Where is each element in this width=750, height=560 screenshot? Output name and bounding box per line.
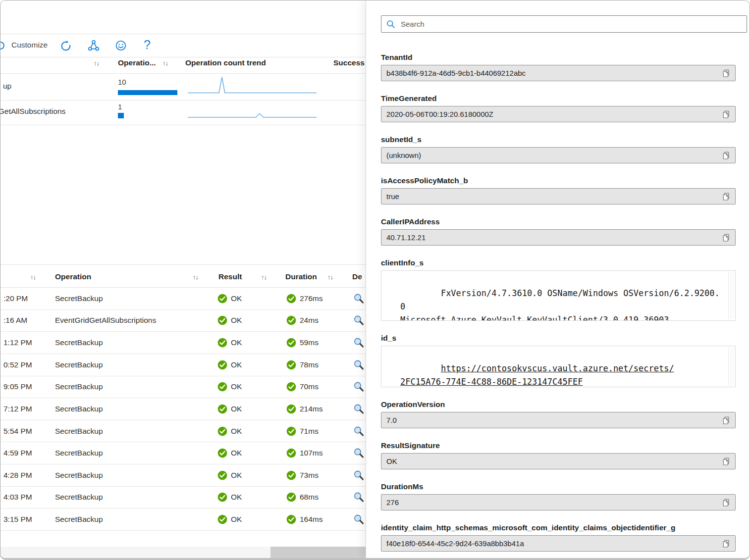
column-header-operation-count[interactable]: Operatio...: [118, 58, 156, 67]
copy-icon[interactable]: [722, 499, 730, 507]
success-check-icon: [286, 404, 296, 414]
field-subnetid: subnetId_s (unknown): [381, 135, 750, 163]
table-row[interactable]: 3:15 PM SecretBackup OK 164ms: [0, 509, 366, 531]
details-magnifier-icon[interactable]: [353, 514, 364, 525]
table-row[interactable]: 4:59 PM SecretBackup OK 107ms: [0, 442, 366, 464]
copy-icon[interactable]: [722, 234, 730, 242]
result-cell: OK: [217, 404, 242, 414]
time-cell: :20 PM: [3, 294, 28, 303]
time-cell: 9:05 PM: [3, 382, 32, 391]
logs-table-body: :20 PM SecretBackup OK 276ms :16 AM Even…: [0, 288, 366, 531]
trend-sparkline: [187, 112, 317, 119]
table-row[interactable]: 0:52 PM SecretBackup OK 78ms: [0, 354, 366, 376]
search-icon: [386, 20, 395, 29]
smiley-feedback-icon[interactable]: [115, 40, 127, 51]
column-header-success[interactable]: Success: [333, 58, 365, 67]
time-cell: 5:54 PM: [3, 427, 32, 436]
time-cell: 3:15 PM: [3, 515, 32, 524]
success-check-icon: [286, 514, 296, 524]
field-label: subnetId_s: [381, 135, 750, 144]
copy-icon[interactable]: [722, 69, 730, 77]
sort-icon[interactable]: ↑↓: [94, 59, 99, 67]
copy-icon[interactable]: [722, 540, 730, 548]
horizontal-scrollbar-thumb[interactable]: [270, 547, 366, 558]
copy-icon[interactable]: [722, 416, 730, 424]
result-cell: OK: [217, 294, 242, 304]
table-row[interactable]: 4:03 PM SecretBackup OK 68ms: [0, 487, 366, 509]
duration-cell: 276ms: [286, 294, 323, 304]
field-label: identity_claim_http_schemas_microsoft_co…: [381, 523, 750, 532]
operation-cell: SecretBackup: [55, 360, 103, 369]
customize-button[interactable]: Customize: [11, 41, 48, 50]
operation-cell: SecretBackup: [55, 449, 103, 458]
success-check-icon: [286, 426, 296, 436]
details-magnifier-icon[interactable]: [353, 492, 364, 503]
topology-icon[interactable]: [88, 40, 100, 51]
field-label: ResultSignature: [381, 441, 750, 450]
operation-cell: SecretBackup: [55, 493, 103, 502]
table-row[interactable]: :20 PM SecretBackup OK 276ms: [0, 288, 366, 310]
search-input[interactable]: [400, 19, 742, 29]
log-details-panel: TenantId b438b4f6-912a-46d5-9cb1-b440692…: [366, 0, 750, 558]
details-magnifier-icon[interactable]: [353, 448, 364, 458]
screenshot-frame: Customize ? ↑↓ Operatio... ↑↓ Operation …: [0, 0, 750, 560]
success-check-icon: [217, 382, 227, 392]
details-magnifier-icon[interactable]: [353, 359, 364, 370]
field-value: 40.71.12.21: [381, 229, 736, 246]
column-header-duration[interactable]: Duration: [285, 272, 317, 281]
details-magnifier-icon[interactable]: [353, 315, 364, 326]
table-row[interactable]: 9:05 PM SecretBackup OK 70ms: [0, 376, 366, 399]
field-value: f40e18f0-6544-45c2-9d24-639a8bb3b41a: [381, 535, 736, 552]
help-icon[interactable]: ?: [144, 38, 151, 52]
copy-icon[interactable]: [722, 152, 730, 159]
sort-icon[interactable]: ↑↓: [30, 273, 36, 281]
table-row[interactable]: 1:12 PM SecretBackup OK 59ms: [0, 332, 366, 354]
field-value: OK: [381, 453, 736, 469]
copy-icon[interactable]: [722, 193, 730, 201]
copy-icon[interactable]: [722, 458, 730, 465]
field-clientinfo: clientInfo_s FxVersion/4.7.3610.0 OSName…: [381, 258, 750, 321]
field-label: id_s: [381, 334, 750, 343]
duration-cell: 59ms: [286, 338, 319, 348]
sort-icon[interactable]: ↑↓: [327, 273, 333, 281]
table-row[interactable]: 4:28 PM SecretBackup OK 73ms: [0, 464, 366, 487]
details-magnifier-icon[interactable]: [353, 293, 364, 304]
column-header-trend[interactable]: Operation count trend: [185, 58, 266, 67]
table-row[interactable]: 5:54 PM SecretBackup OK 71ms: [0, 420, 366, 443]
id-link-textarea[interactable]: https://contosokvscus.vault.azure.net/se…: [381, 346, 736, 387]
clientinfo-textarea[interactable]: FxVersion/4.7.3610.0 OSName/Windows OSVe…: [381, 270, 736, 321]
column-header-operation[interactable]: Operation: [55, 272, 91, 281]
sort-icon[interactable]: ↑↓: [162, 59, 168, 67]
secret-url-link[interactable]: https://contosokvscus.vault.azure.net/se…: [400, 363, 674, 387]
duration-cell: 73ms: [286, 470, 319, 480]
success-check-icon: [217, 470, 227, 480]
result-cell: OK: [217, 514, 242, 524]
time-cell: 0:52 PM: [3, 360, 32, 369]
sort-icon[interactable]: ↑↓: [193, 273, 198, 281]
details-magnifier-icon[interactable]: [353, 426, 364, 437]
details-magnifier-icon[interactable]: [353, 470, 364, 481]
result-cell: OK: [217, 338, 242, 348]
operation-cell: EventGridGetAllSubscriptions: [55, 316, 156, 325]
search-box[interactable]: [381, 15, 747, 33]
details-magnifier-icon[interactable]: [353, 381, 364, 392]
refresh-icon[interactable]: [60, 40, 72, 51]
details-magnifier-icon[interactable]: [353, 404, 364, 414]
grid-row[interactable]: up 10: [0, 74, 366, 101]
column-header-result[interactable]: Result: [218, 272, 242, 281]
copy-icon[interactable]: [722, 110, 730, 118]
count-bar: [118, 113, 124, 118]
operation-cell: SecretBackup: [55, 294, 103, 303]
details-magnifier-icon[interactable]: [353, 337, 364, 348]
grid-row[interactable]: GetAllSubscriptions 1: [0, 100, 366, 125]
table-row[interactable]: :16 AM EventGridGetAllSubscriptions OK 2…: [0, 310, 366, 332]
sort-icon[interactable]: ↑↓: [261, 273, 267, 281]
operation-name: up: [3, 82, 11, 91]
field-resultsignature: ResultSignature OK: [381, 441, 750, 469]
column-header-details[interactable]: De: [352, 272, 362, 281]
result-cell: OK: [217, 492, 242, 502]
field-value: (unknown): [381, 147, 736, 163]
field-value: b438b4f6-912a-46d5-9cb1-b44069212abc: [381, 65, 736, 81]
table-row[interactable]: 7:12 PM SecretBackup OK 214ms: [0, 398, 366, 420]
success-check-icon: [286, 492, 296, 502]
